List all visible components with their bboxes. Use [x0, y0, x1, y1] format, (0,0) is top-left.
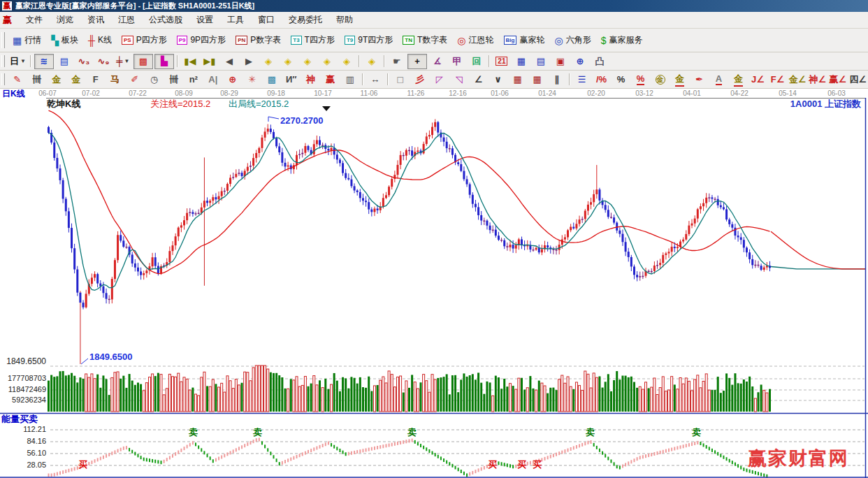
- diamond-fit-icon[interactable]: ◈: [363, 55, 381, 68]
- wave9-chart-icon[interactable]: ∿₉: [94, 55, 113, 68]
- menu-item-0[interactable]: 文件: [19, 13, 50, 27]
- ink-pen-icon[interactable]: ✒: [690, 73, 709, 87]
- export-web-icon[interactable]: ⊕: [571, 55, 589, 68]
- f-angle-icon[interactable]: F∠: [769, 73, 787, 87]
- p-square-button[interactable]: PSP四方形: [117, 33, 172, 48]
- p-table-button[interactable]: PNP数字表: [231, 33, 286, 48]
- j-angle-icon[interactable]: J∠: [749, 73, 767, 87]
- next-page-icon[interactable]: ▶: [240, 55, 258, 68]
- gann-ladder-icon[interactable]: ☰: [573, 73, 591, 87]
- menu-item-4[interactable]: 公式选股: [142, 13, 189, 27]
- toolbar-grip[interactable]: [1, 73, 5, 86]
- box-rays-2-icon[interactable]: ◹: [450, 73, 468, 87]
- wave-a-icon[interactable]: A: [710, 73, 728, 87]
- horse-tool-icon[interactable]: 马: [106, 73, 124, 87]
- menu-item-1[interactable]: 浏览: [50, 13, 80, 27]
- menu-item-2[interactable]: 资讯: [80, 13, 111, 27]
- gold-underline-icon[interactable]: 金: [730, 73, 748, 87]
- menu-item-6[interactable]: 工具: [220, 13, 251, 27]
- box-rays-icon[interactable]: ◸: [431, 73, 449, 87]
- red-compass-icon[interactable]: ⊕: [224, 73, 242, 87]
- dropdown-arrow-icon[interactable]: ▼: [124, 58, 130, 64]
- p9-square-button[interactable]: P99P四方形: [172, 33, 231, 48]
- measure-line-icon[interactable]: ∡: [428, 55, 447, 68]
- percent-slash-icon[interactable]: /%: [593, 73, 611, 87]
- starburst-icon[interactable]: ✳: [243, 73, 261, 87]
- dense-grid-icon[interactable]: ▦: [509, 73, 527, 87]
- ruler-123-icon[interactable]: ▥: [341, 73, 359, 87]
- gold-grid-icon[interactable]: 金: [48, 73, 66, 87]
- grid-comb-icon[interactable]: 卌: [28, 73, 46, 87]
- save-icon[interactable]: ▣: [551, 55, 570, 68]
- grid-star-icon[interactable]: ▩: [263, 73, 281, 87]
- prev-page-icon[interactable]: ◀: [220, 55, 238, 68]
- ying-tool-icon[interactable]: 赢: [321, 73, 340, 87]
- red-pen-icon[interactable]: ✎: [8, 73, 27, 87]
- last-page-icon[interactable]: ▶▮: [201, 55, 219, 68]
- a-mirror-icon[interactable]: A|: [204, 73, 222, 87]
- t-table-button[interactable]: TNT数字表: [398, 33, 452, 48]
- t-square-button[interactable]: T3T四方形: [286, 33, 340, 48]
- menu-item-3[interactable]: 江恩: [111, 13, 142, 27]
- clock-cycle-icon[interactable]: ◷: [145, 73, 164, 87]
- wave3-chart-icon[interactable]: ∿₃: [75, 55, 93, 68]
- menu-item-8[interactable]: 交易委托: [282, 13, 329, 27]
- winner-service-button[interactable]: $赢家服务: [596, 33, 648, 48]
- comb-2-icon[interactable]: 卌: [165, 73, 183, 87]
- gold-grid-2-icon[interactable]: 金: [67, 73, 85, 87]
- f-ruler-icon[interactable]: F: [87, 73, 105, 87]
- gann-tool-icon[interactable]: 甲: [448, 55, 466, 68]
- four-angle-icon[interactable]: 四∠: [848, 73, 867, 87]
- first-page-icon[interactable]: ▮◀: [181, 55, 199, 68]
- rays-fan-icon[interactable]: 彡: [411, 73, 429, 87]
- toolbar-grip[interactable]: [1, 55, 5, 68]
- maze-analysis-icon[interactable]: 回: [468, 55, 486, 68]
- sector-button[interactable]: ▚板块: [46, 33, 83, 48]
- dropdown-arrow-icon[interactable]: ▼: [20, 58, 26, 64]
- menu-item-7[interactable]: 窗口: [251, 13, 282, 27]
- hand-drag-icon[interactable]: ☛: [388, 55, 406, 68]
- notes-icon[interactable]: ▤: [532, 55, 550, 68]
- chart-canvas[interactable]: 乾坤K线 关注线=2015.2 出局线=2015.2 1A0001 上证指数 2…: [0, 98, 868, 478]
- gold-angle-icon[interactable]: 金∠: [788, 73, 807, 87]
- t9-square-button[interactable]: T99T四方形: [340, 33, 398, 48]
- ying-angle-icon[interactable]: 赢∠: [828, 73, 847, 87]
- box-frame-icon[interactable]: ◻: [391, 73, 410, 87]
- kline-button[interactable]: ╫K线: [83, 33, 117, 48]
- info-document-icon[interactable]: ▤: [55, 55, 73, 68]
- shen-tool-icon[interactable]: 神: [302, 73, 320, 87]
- angle-fan-icon[interactable]: ∠: [470, 73, 488, 87]
- n-squared-icon[interactable]: n²: [185, 73, 203, 87]
- toolbar-grip[interactable]: [1, 32, 5, 48]
- diamond-expand-icon[interactable]: ◈: [298, 55, 317, 68]
- calendar-21-icon[interactable]: 21: [493, 55, 511, 68]
- diamond-right-icon[interactable]: ◈: [279, 55, 297, 68]
- crosshair-icon[interactable]: +: [407, 54, 427, 69]
- candlestick-chart[interactable]: [0, 98, 868, 478]
- period-day-dropdown[interactable]: 日▼: [8, 55, 27, 68]
- percent-icon[interactable]: %: [612, 73, 630, 87]
- k-second-icon[interactable]: И″: [282, 73, 301, 87]
- gold-circle-icon[interactable]: 金: [651, 73, 670, 87]
- menu-item-5[interactable]: 设置: [189, 13, 220, 27]
- percent-line-icon[interactable]: %: [632, 73, 650, 87]
- hexagon-button[interactable]: ◎六角形: [549, 33, 595, 48]
- winner-wheel-button[interactable]: Big赢家轮: [499, 33, 550, 48]
- red-brush-icon[interactable]: ✐: [126, 73, 144, 87]
- print-icon[interactable]: 凸: [591, 55, 609, 68]
- volume-profile-icon[interactable]: ▙: [154, 54, 174, 69]
- gann-wheel-button[interactable]: ◎江恩轮: [452, 33, 498, 48]
- parallel-lines-icon[interactable]: ∥: [548, 73, 566, 87]
- zigzag-wave-icon[interactable]: ∨: [489, 73, 507, 87]
- diamond-compress-icon[interactable]: ◈: [338, 55, 356, 68]
- quote-button[interactable]: ▦行情: [8, 33, 46, 48]
- calculator-icon[interactable]: ▦: [512, 55, 530, 68]
- menu-item-9[interactable]: 帮助: [329, 13, 360, 27]
- diamond-left-icon[interactable]: ◈: [259, 55, 277, 68]
- trend-wave-icon[interactable]: ≋: [34, 54, 54, 69]
- width-measure-icon[interactable]: ↔: [366, 73, 384, 87]
- candle-style-dropdown[interactable]: ╪▼: [114, 55, 132, 68]
- shen-angle-icon[interactable]: 神∠: [808, 73, 827, 87]
- pattern-model-icon[interactable]: ▩: [133, 54, 153, 69]
- gold-line-icon[interactable]: 金: [671, 73, 689, 87]
